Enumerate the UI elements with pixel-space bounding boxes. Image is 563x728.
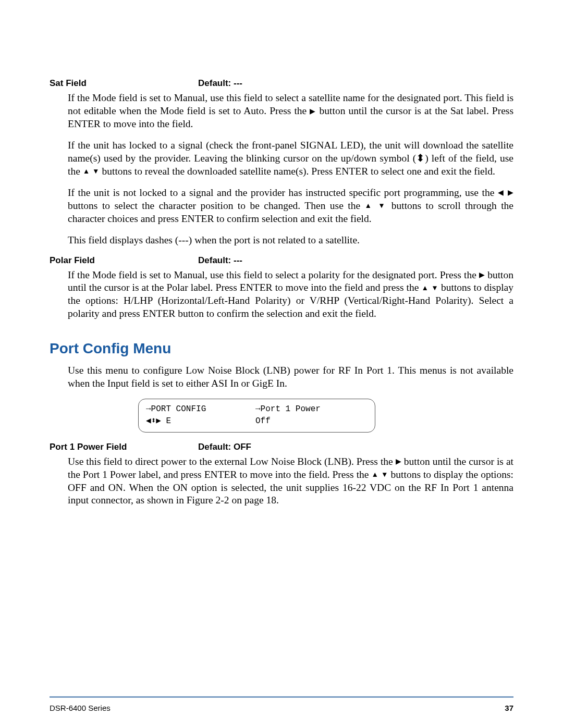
lcd-r2c1: ◀⬍▶ E — [146, 415, 255, 427]
lcd-row-2: ◀⬍▶ E Off — [146, 415, 368, 427]
sat-paragraph-4: This field displays dashes (---) when th… — [68, 234, 513, 247]
port1power-field-label: Port 1 Power Field — [50, 442, 198, 452]
lcd-r2c2: Off — [255, 415, 368, 427]
right-arrow-icon — [508, 187, 513, 198]
lcd-nav-icons: ◀⬍▶ — [146, 416, 161, 426]
sat-paragraph-3: If the unit is not locked to a signal an… — [68, 187, 513, 226]
text: Use this field to direct power to the ex… — [68, 456, 396, 467]
lcd-r1c2: Port 1 Power — [255, 403, 368, 415]
text: buttons to select the character position… — [68, 200, 365, 211]
polar-field-label: Polar Field — [50, 255, 198, 266]
port1power-field-row: Port 1 Power Field Default: OFF — [50, 442, 513, 452]
page-footer: DSR-6400 Series 37 — [50, 704, 513, 712]
up-arrow-icon — [422, 282, 429, 293]
text: Port 1 Power — [261, 404, 321, 414]
lcd-right-arrow-icon — [255, 404, 261, 414]
text: If the Mode field is set to Manual, use … — [68, 269, 479, 280]
down-arrow-icon — [92, 166, 100, 177]
lcd-display: PORT CONFIG Port 1 Power ◀⬍▶ E Off — [138, 399, 375, 432]
port-config-heading: Port Config Menu — [50, 340, 513, 357]
sat-field-row: Sat Field Default: --- — [50, 78, 513, 89]
text: If the unit is not locked to a signal an… — [68, 187, 498, 198]
port1power-paragraph: Use this field to direct power to the ex… — [68, 455, 513, 508]
sat-field-default: Default: --- — [198, 78, 513, 89]
sat-paragraph-1: If the Mode field is set to Manual, use … — [68, 92, 513, 131]
up-arrow-icon — [83, 166, 90, 177]
lcd-row-1: PORT CONFIG Port 1 Power — [146, 403, 368, 415]
down-arrow-icon — [378, 200, 387, 211]
up-arrow-icon — [365, 200, 374, 211]
footer-series: DSR-6400 Series — [50, 704, 111, 712]
down-arrow-icon — [381, 469, 388, 480]
polar-field-row: Polar Field Default: --- — [50, 255, 513, 266]
left-arrow-icon — [498, 187, 505, 198]
up-arrow-icon — [371, 469, 378, 480]
text: buttons to reveal the downloaded satelli… — [102, 166, 495, 177]
lcd-right-arrow-icon — [146, 404, 151, 414]
updown-symbol-icon: ⬍ — [416, 153, 425, 164]
polar-paragraph-1: If the Mode field is set to Manual, use … — [68, 269, 513, 321]
sat-paragraph-2: If the unit has locked to a signal (chec… — [68, 139, 513, 178]
down-arrow-icon — [431, 282, 438, 293]
right-arrow-icon — [396, 456, 401, 467]
right-arrow-icon — [479, 269, 485, 280]
text: PORT CONFIG — [151, 404, 206, 414]
port1power-field-default: Default: OFF — [198, 442, 513, 452]
polar-field-default: Default: --- — [198, 255, 513, 266]
text: E — [161, 416, 171, 426]
lcd-r1c1: PORT CONFIG — [146, 403, 255, 415]
footer-rule — [50, 696, 513, 698]
sat-field-label: Sat Field — [50, 78, 198, 89]
port-config-intro: Use this menu to configure Low Noise Blo… — [68, 364, 513, 390]
document-page: Sat Field Default: --- If the Mode field… — [0, 0, 563, 728]
footer-page-number: 37 — [505, 704, 513, 712]
right-arrow-icon — [310, 105, 316, 116]
